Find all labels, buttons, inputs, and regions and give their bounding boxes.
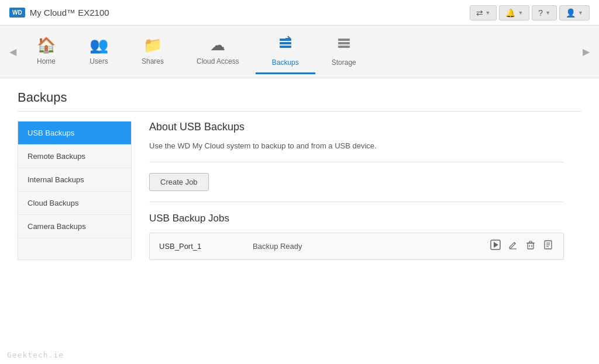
nav-bar: ◀ 🏠 Home 👥 Users 📁 Shares ☁ Cloud Access <box>0 26 599 78</box>
content-layout: USB Backups Remote Backups Internal Back… <box>18 121 581 260</box>
divider-2 <box>149 202 564 202</box>
sidebar-item-camera-backups[interactable]: Camera Backups <box>18 215 131 238</box>
storage-icon <box>336 35 352 56</box>
svg-rect-4 <box>338 42 350 44</box>
create-job-button[interactable]: Create Job <box>149 173 209 191</box>
usb-icon: ⇄ <box>476 8 483 18</box>
user-icon: 👤 <box>566 8 576 18</box>
nav-label-users: Users <box>89 57 108 65</box>
nav-next-arrow[interactable]: ▶ <box>579 46 593 57</box>
logo: WD My Cloud™ EX2100 <box>9 8 109 18</box>
divider-1 <box>149 162 564 162</box>
usb-caret-icon: ▼ <box>486 10 491 16</box>
page-title: Backups <box>18 90 581 112</box>
help-button[interactable]: ? ▼ <box>532 5 557 20</box>
page-content: Backups USB Backups Remote Backups Inter… <box>0 78 599 364</box>
job-play-icon[interactable] <box>490 239 501 254</box>
nav-item-storage[interactable]: Storage <box>315 29 373 74</box>
header-actions: ⇄ ▼ 🔔 ▼ ? ▼ 👤 ▼ <box>470 5 590 20</box>
job-row: USB_Port_1 Backup Ready <box>149 233 564 260</box>
home-icon: 🏠 <box>37 36 56 54</box>
job-status: Backup Ready <box>253 242 490 251</box>
bell-icon: 🔔 <box>505 8 515 18</box>
svg-rect-8 <box>528 243 533 249</box>
svg-rect-5 <box>338 46 350 48</box>
job-edit-icon[interactable] <box>507 239 519 254</box>
alerts-caret-icon: ▼ <box>518 10 523 16</box>
backups-icon <box>277 35 294 56</box>
cloud-icon: ☁ <box>210 36 225 54</box>
job-actions <box>490 239 554 254</box>
sidebar: USB Backups Remote Backups Internal Back… <box>18 121 132 260</box>
nav-item-users[interactable]: 👥 Users <box>73 29 125 74</box>
watermark: Geektech.ie <box>7 351 64 359</box>
nav-label-cloud-access: Cloud Access <box>197 57 239 65</box>
svg-rect-3 <box>338 39 350 41</box>
nav-item-home[interactable]: 🏠 Home <box>20 29 73 74</box>
about-usb-title: About USB Backups <box>149 121 564 133</box>
svg-rect-2 <box>280 46 291 48</box>
svg-rect-1 <box>280 42 291 44</box>
help-icon: ? <box>538 8 543 18</box>
user-button[interactable]: 👤 ▼ <box>559 5 590 20</box>
alerts-button[interactable]: 🔔 ▼ <box>499 5 529 20</box>
nav-label-home: Home <box>37 57 56 65</box>
header: WD My Cloud™ EX2100 ⇄ ▼ 🔔 ▼ ? ▼ 👤 ▼ <box>0 0 599 26</box>
nav-label-storage: Storage <box>332 58 356 67</box>
app-title: My Cloud™ EX2100 <box>30 8 109 18</box>
user-caret-icon: ▼ <box>578 10 583 16</box>
job-log-icon[interactable] <box>542 239 554 254</box>
main-area: About USB Backups Use the WD My Cloud sy… <box>132 121 581 260</box>
sidebar-item-remote-backups[interactable]: Remote Backups <box>18 145 131 168</box>
usb-button[interactable]: ⇄ ▼ <box>470 5 497 20</box>
nav-item-cloud-access[interactable]: ☁ Cloud Access <box>180 29 256 74</box>
help-caret-icon: ▼ <box>545 10 550 16</box>
usb-backup-jobs-title: USB Backup Jobs <box>149 213 564 224</box>
wd-logo-icon: WD <box>9 8 25 18</box>
job-name: USB_Port_1 <box>159 242 253 251</box>
nav-label-backups: Backups <box>272 58 299 67</box>
nav-prev-arrow[interactable]: ◀ <box>6 46 20 57</box>
nav-items: 🏠 Home 👥 Users 📁 Shares ☁ Cloud Access <box>20 29 579 74</box>
job-delete-icon[interactable] <box>525 239 536 254</box>
nav-label-shares: Shares <box>142 57 164 65</box>
sidebar-item-internal-backups[interactable]: Internal Backups <box>18 168 131 192</box>
nav-item-shares[interactable]: 📁 Shares <box>125 29 180 74</box>
nav-item-backups[interactable]: Backups <box>256 29 315 74</box>
about-usb-desc: Use the WD My Cloud system to backup to … <box>149 141 564 150</box>
sidebar-item-cloud-backups[interactable]: Cloud Backups <box>18 192 131 215</box>
shares-icon: 📁 <box>143 36 162 54</box>
sidebar-item-usb-backups[interactable]: USB Backups <box>18 122 131 145</box>
svg-marker-7 <box>494 242 498 248</box>
users-icon: 👥 <box>89 36 108 54</box>
